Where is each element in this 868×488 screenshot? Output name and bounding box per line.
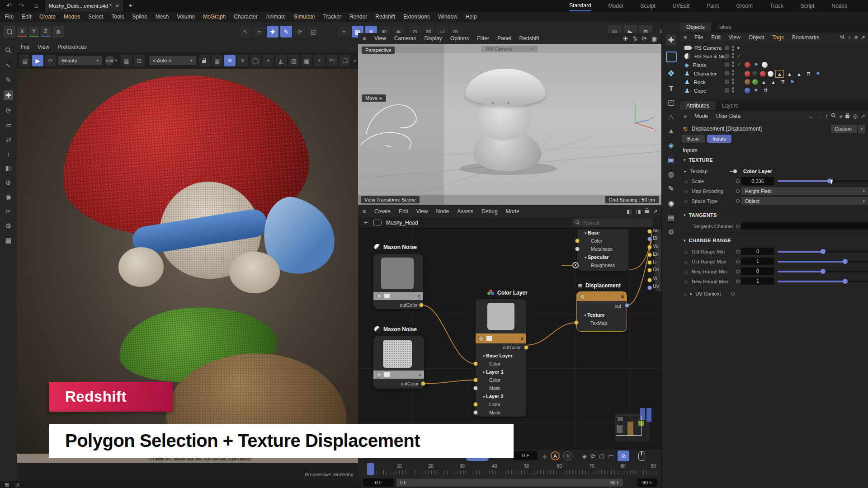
camera-mode-icon[interactable]: ◉ <box>668 199 675 207</box>
layer-mode-icon[interactable]: ▤ <box>668 213 675 222</box>
kinematics-mode-icon[interactable]: ◍ <box>668 170 675 178</box>
tab-inputs[interactable]: Inputs <box>707 135 731 143</box>
menu-mesh[interactable]: Mesh <box>151 14 173 20</box>
dither-icon[interactable]: ▦ <box>121 55 132 66</box>
axis-z-button[interactable]: Z <box>41 27 51 37</box>
vp-menu-filter[interactable]: Filter <box>473 35 493 42</box>
compare-ab-icon[interactable]: ◭ <box>275 55 286 66</box>
parent-up-icon[interactable]: ↑ <box>825 113 828 119</box>
keyframe-ghost-icon[interactable]: ◆ <box>542 453 547 460</box>
menu-animate[interactable]: Animate <box>262 14 290 20</box>
key-diamond-icon[interactable]: ◇ <box>684 279 688 284</box>
ne-menu-create[interactable]: Create <box>370 208 395 215</box>
visibility-dots[interactable] <box>732 45 734 51</box>
vp-menu-cameras[interactable]: Cameras <box>390 35 420 42</box>
status-check-icon[interactable]: ◎ <box>15 482 20 488</box>
objects-filter-icon[interactable]: ≡ <box>854 34 858 41</box>
tag-chips[interactable]: ▲ ▲ ▲ ⇈ ⚑ <box>745 70 822 78</box>
image-icon[interactable]: ▣ <box>301 55 312 66</box>
side-v-dot[interactable] <box>647 278 652 282</box>
playhead[interactable] <box>367 463 374 475</box>
ne-menu-node[interactable]: Node <box>432 208 453 215</box>
menu-modes[interactable]: Modes <box>60 14 84 20</box>
move-tool-icon[interactable]: ✚ <box>267 26 278 38</box>
obj-menu-tags[interactable]: Tags <box>769 34 788 41</box>
camera-dropdown[interactable]: RS Camera▾ <box>481 46 538 52</box>
flag-tag-icon[interactable]: ⚑ <box>752 87 760 94</box>
mouse-icon[interactable] <box>638 451 645 461</box>
menu-tracker[interactable]: Tracker <box>319 14 345 20</box>
noise2-outcolor-dot[interactable] <box>421 381 425 386</box>
add-snapshot-icon[interactable]: ＋ <box>314 55 325 66</box>
edit-toggle-icon[interactable] <box>725 80 729 84</box>
objects-search-icon[interactable] <box>840 34 845 41</box>
vp-menu-display[interactable]: Display <box>420 35 446 42</box>
map-encoding-dropdown[interactable]: Height Field▾ <box>741 187 868 195</box>
node-material-partial[interactable]: ▾ Base Color Metalness ▾ Specular Roughn… <box>577 228 628 271</box>
layout-tab-track[interactable]: Track <box>770 1 783 11</box>
menu-extensions[interactable]: Extensions <box>399 14 434 20</box>
split-left-icon[interactable]: ◧ <box>627 208 632 215</box>
change-range-group-header[interactable]: ▾CHANGE RANGE <box>684 238 731 243</box>
material-tag-icon[interactable] <box>752 71 758 77</box>
move-tool-icon[interactable]: ✚ <box>4 90 13 100</box>
colorlayer-layer1-color-dot[interactable] <box>473 378 478 382</box>
tangents-group-header[interactable]: ▾TANGENTS <box>684 212 717 218</box>
old-range-max-field[interactable]: 1 <box>741 258 774 265</box>
layout-tab-script[interactable]: Script <box>801 1 815 11</box>
node-color-layer[interactable]: ≡ outColor ▾ Base Layer Color ▾ Layer 1 … <box>476 299 526 417</box>
rotate-tool-icon[interactable]: ⟳ <box>294 26 306 38</box>
new-range-max-slider[interactable] <box>778 281 868 282</box>
object-row-plane[interactable]: ◆ Plane ✓ ⚑ <box>680 61 868 69</box>
model-mode-icon[interactable]: ✚ <box>666 34 676 46</box>
redo-icon[interactable]: ↷ <box>19 2 24 9</box>
space-type-dropdown[interactable]: Object▾ <box>741 197 868 205</box>
workplane-mode-icon[interactable]: ▣ <box>668 155 675 164</box>
enabled-check-icon[interactable]: ✓ <box>737 52 741 59</box>
scale-tool-icon[interactable]: ▱ <box>6 121 11 129</box>
points-mode-icon[interactable]: ◰ <box>668 98 675 107</box>
colorlayer-base-color-dot[interactable] <box>473 361 478 366</box>
node-menu-icon[interactable]: ≡ <box>521 336 524 341</box>
history-forward-icon[interactable]: → <box>816 113 822 119</box>
new-range-max-field[interactable]: 1 <box>741 277 774 285</box>
channel-button[interactable]: RGB <box>105 56 114 66</box>
menu-mograph[interactable]: MoGraph <box>199 14 230 20</box>
view-label[interactable]: Perspective <box>362 47 395 54</box>
port-circle-icon[interactable] <box>736 225 740 228</box>
material-base-group[interactable]: ▾ Base <box>577 228 628 237</box>
brush-tool-icon[interactable]: ✎ <box>280 26 292 38</box>
object-row-character[interactable]: ♟ Character ▲ ▲ ▲ ⇈ ⚑ <box>680 69 868 78</box>
ne-menu-view[interactable]: View <box>412 208 432 215</box>
axis-mod-icon[interactable]: ⌖ <box>338 26 350 38</box>
texmap-value[interactable]: Color Layer <box>743 169 772 174</box>
polygons-mode-icon[interactable]: ▲ <box>668 127 675 135</box>
port-circle-icon[interactable] <box>736 280 740 283</box>
port-circle-icon[interactable] <box>736 199 740 203</box>
port-circle-icon[interactable] <box>736 189 740 193</box>
output-volume-dot[interactable] <box>647 245 652 249</box>
menu-window[interactable]: Window <box>434 14 462 20</box>
selection-tag-icon[interactable]: ▲ <box>769 79 777 85</box>
port-circle-icon[interactable] <box>736 260 740 263</box>
edit-toggle-icon[interactable] <box>725 71 729 75</box>
range-slider[interactable]: 0 F 90 F <box>396 479 623 487</box>
split-right-icon[interactable]: ◨ <box>636 208 641 215</box>
material-tag-icon[interactable] <box>768 71 774 77</box>
axis-x-button[interactable]: X <box>17 27 27 37</box>
record-scale-icon[interactable]: ▢ <box>599 453 604 460</box>
colorlayer-baselayer-group[interactable]: ▾ Base Layer <box>476 352 526 360</box>
grid-tool-icon[interactable]: ▦ <box>5 236 11 244</box>
pen-tool-icon[interactable]: ✎ <box>5 76 11 84</box>
colorlayer-layer2-mask-dot[interactable] <box>473 410 478 415</box>
tag-chips[interactable]: ⚑ ⇈ <box>745 87 769 94</box>
colorlayer-out-dot[interactable] <box>524 345 528 350</box>
menu-character[interactable]: Character <box>230 14 262 20</box>
layout-tab-nodes[interactable]: Nodes <box>831 1 847 11</box>
uv-context-row[interactable]: ◇ ▸ UV Context <box>684 291 735 296</box>
side-uv-dot[interactable] <box>647 286 652 290</box>
key-diamond-icon[interactable]: ◇ <box>684 269 688 274</box>
rectangle-selection-icon[interactable]: ▱ <box>253 26 265 38</box>
old-range-max-slider[interactable] <box>778 261 868 263</box>
close-tab-icon[interactable]: ✕ <box>115 3 119 9</box>
